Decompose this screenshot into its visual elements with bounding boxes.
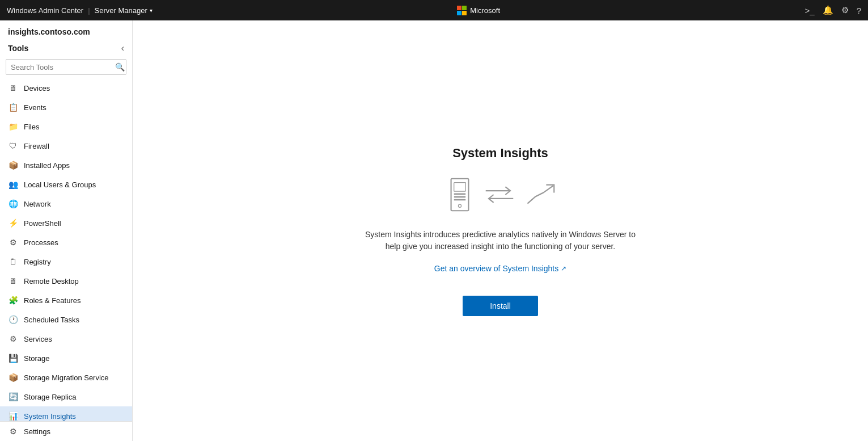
powershell-label: PowerShell xyxy=(24,219,61,228)
trend-icon xyxy=(526,182,555,207)
sidebar-item-firewall[interactable]: 🛡Firewall xyxy=(0,136,132,156)
collapse-sidebar-button[interactable]: ‹ xyxy=(121,43,124,53)
topbar-center: Microsoft xyxy=(153,6,805,15)
sidebar: insights.contoso.com Tools ‹ 🔍 🖥Devices📋… xyxy=(0,20,133,441)
scheduled-tasks-icon: 🕐 xyxy=(8,314,18,325)
app-title: Windows Admin Center xyxy=(7,6,83,15)
notifications-icon-button[interactable]: 🔔 xyxy=(823,5,833,15)
sidebar-bottom: ⚙ Settings xyxy=(0,421,132,441)
link-text: Get an overview of System Insights xyxy=(434,264,558,273)
sidebar-item-system-insights[interactable]: 📊System Insights xyxy=(0,406,132,421)
sidebar-item-storage-migration[interactable]: 📦Storage Migration Service xyxy=(0,368,132,387)
storage-icon: 💾 xyxy=(8,353,18,363)
server-manager-label: Server Manager xyxy=(95,6,147,15)
icon-group xyxy=(446,178,555,212)
scheduled-tasks-label: Scheduled Tasks xyxy=(24,316,79,324)
files-label: Files xyxy=(24,123,39,131)
ms-square-green xyxy=(462,6,467,10)
install-button[interactable]: Install xyxy=(463,296,538,316)
sidebar-item-local-users-groups[interactable]: 👥Local Users & Groups xyxy=(0,175,132,194)
svg-rect-2 xyxy=(454,193,465,195)
external-link-icon: ↗ xyxy=(561,264,566,272)
transfer-arrows-icon xyxy=(485,183,514,206)
storage-migration-icon: 📦 xyxy=(8,372,18,383)
network-icon: 🌐 xyxy=(8,199,18,209)
storage-label: Storage xyxy=(24,354,50,363)
sidebar-item-files[interactable]: 📁Files xyxy=(0,117,132,136)
help-icon-button[interactable]: ? xyxy=(857,6,861,15)
server-icon xyxy=(446,178,473,212)
processes-label: Processes xyxy=(24,238,58,247)
files-icon: 📁 xyxy=(8,121,18,132)
sidebar-item-powershell[interactable]: ⚡PowerShell xyxy=(0,213,132,233)
tools-label: Tools xyxy=(8,44,28,53)
firewall-label: Firewall xyxy=(24,142,49,150)
storage-replica-icon: 🔄 xyxy=(8,392,18,402)
installed-apps-label: Installed Apps xyxy=(24,161,70,170)
sidebar-item-devices[interactable]: 🖥Devices xyxy=(0,78,132,98)
local-users-groups-label: Local Users & Groups xyxy=(24,180,96,189)
sidebar-item-storage-replica[interactable]: 🔄Storage Replica xyxy=(0,387,132,406)
remote-desktop-icon: 🖥 xyxy=(8,276,18,286)
settings-label: Settings xyxy=(24,427,50,436)
powershell-icon: ⚡ xyxy=(8,218,18,228)
svg-rect-3 xyxy=(454,196,465,198)
search-icon: 🔍 xyxy=(111,60,129,74)
firewall-icon: 🛡 xyxy=(8,141,18,151)
sidebar-item-settings[interactable]: ⚙ Settings xyxy=(0,422,132,441)
processes-icon: ⚙ xyxy=(8,237,18,247)
ms-square-red xyxy=(457,6,461,10)
search-input[interactable] xyxy=(6,60,111,74)
terminal-icon-button[interactable]: >_ xyxy=(805,6,815,15)
sidebar-item-installed-apps[interactable]: 📦Installed Apps xyxy=(0,156,132,175)
sidebar-tools-header: Tools ‹ xyxy=(0,40,132,57)
ms-square-blue xyxy=(457,11,461,15)
content-center: System Insights xyxy=(359,146,642,316)
sidebar-item-roles-features[interactable]: 🧩Roles & Features xyxy=(0,291,132,310)
services-icon: ⚙ xyxy=(8,334,18,344)
ms-logo-squares xyxy=(457,6,467,15)
main-layout: insights.contoso.com Tools ‹ 🔍 🖥Devices📋… xyxy=(0,20,868,441)
roles-features-label: Roles & Features xyxy=(24,296,81,305)
sidebar-item-services[interactable]: ⚙Services xyxy=(0,329,132,348)
search-box: 🔍 xyxy=(6,59,126,75)
roles-features-icon: 🧩 xyxy=(8,295,18,305)
devices-label: Devices xyxy=(24,84,50,93)
events-icon: 📋 xyxy=(8,102,18,112)
microsoft-logo: Microsoft xyxy=(457,6,500,15)
system-insights-label: System Insights xyxy=(24,412,76,421)
topbar: Windows Admin Center | Server Manager ▾ … xyxy=(0,0,868,20)
content-area: System Insights xyxy=(133,20,868,441)
page-title: System Insights xyxy=(452,146,548,161)
sidebar-item-storage[interactable]: 💾Storage xyxy=(0,348,132,368)
network-label: Network xyxy=(24,200,51,208)
svg-rect-1 xyxy=(454,182,465,191)
svg-rect-4 xyxy=(454,199,465,200)
sidebar-item-scheduled-tasks[interactable]: 🕐Scheduled Tasks xyxy=(0,310,132,329)
ms-square-yellow xyxy=(462,11,467,15)
sidebar-item-network[interactable]: 🌐Network xyxy=(0,194,132,213)
registry-label: Registry xyxy=(24,258,51,266)
storage-replica-label: Storage Replica xyxy=(24,393,77,401)
sidebar-item-processes[interactable]: ⚙Processes xyxy=(0,233,132,252)
local-users-groups-icon: 👥 xyxy=(8,179,18,190)
server-manager-button[interactable]: Server Manager ▾ xyxy=(95,6,153,15)
svg-point-5 xyxy=(458,204,461,207)
sidebar-item-registry[interactable]: 🗒Registry xyxy=(0,252,132,271)
installed-apps-icon: 📦 xyxy=(8,160,18,170)
microsoft-text: Microsoft xyxy=(470,6,500,15)
sidebar-item-events[interactable]: 📋Events xyxy=(0,98,132,117)
overview-link[interactable]: Get an overview of System Insights ↗ xyxy=(434,264,566,273)
server-name: insights.contoso.com xyxy=(8,27,90,36)
events-label: Events xyxy=(24,103,46,112)
services-label: Services xyxy=(24,335,52,343)
storage-migration-label: Storage Migration Service xyxy=(24,373,109,382)
topbar-left: Windows Admin Center | Server Manager ▾ xyxy=(7,6,153,15)
devices-icon: 🖥 xyxy=(8,83,18,93)
sidebar-item-remote-desktop[interactable]: 🖥Remote Desktop xyxy=(0,271,132,291)
sidebar-nav-list: 🖥Devices📋Events📁Files🛡Firewall📦Installed… xyxy=(0,78,132,421)
sidebar-header: insights.contoso.com xyxy=(0,20,132,40)
settings-icon-button[interactable]: ⚙ xyxy=(841,5,849,15)
remote-desktop-label: Remote Desktop xyxy=(24,277,79,285)
topbar-right: >_ 🔔 ⚙ ? xyxy=(805,5,861,15)
